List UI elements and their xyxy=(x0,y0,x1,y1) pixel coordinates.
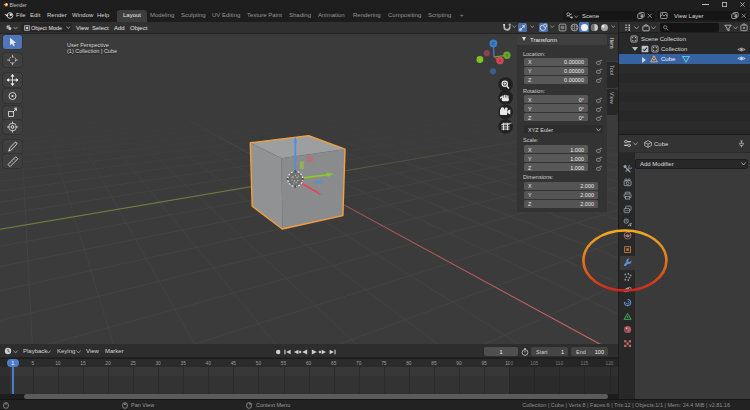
svg-text:Y: Y xyxy=(506,52,509,57)
svg-text:X: X xyxy=(499,58,502,63)
svg-text:Z: Z xyxy=(492,41,495,46)
